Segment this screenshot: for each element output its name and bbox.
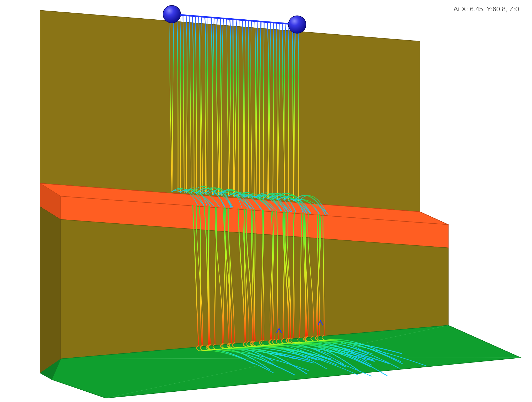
viewport-3d[interactable]: At X: 6.45, Y:60.8, Z:0 (0, 0, 532, 402)
readout-z-value: 0 (515, 5, 519, 13)
emitter-sphere-right (288, 16, 306, 33)
readout-y-value: 60.8 (492, 5, 506, 13)
readout-z-label: , Z: (506, 5, 515, 13)
emitter-rake (181, 15, 288, 24)
scene-canvas[interactable] (0, 0, 532, 402)
emitter-sphere-left (163, 5, 181, 23)
readout-x-label: At X: (453, 5, 470, 13)
wall-lower-side (40, 207, 61, 373)
readout-x-value: 6.45 (470, 5, 483, 13)
readout-y-label: , Y: (483, 5, 492, 13)
coordinate-readout: At X: 6.45, Y:60.8, Z:0 (453, 5, 519, 13)
